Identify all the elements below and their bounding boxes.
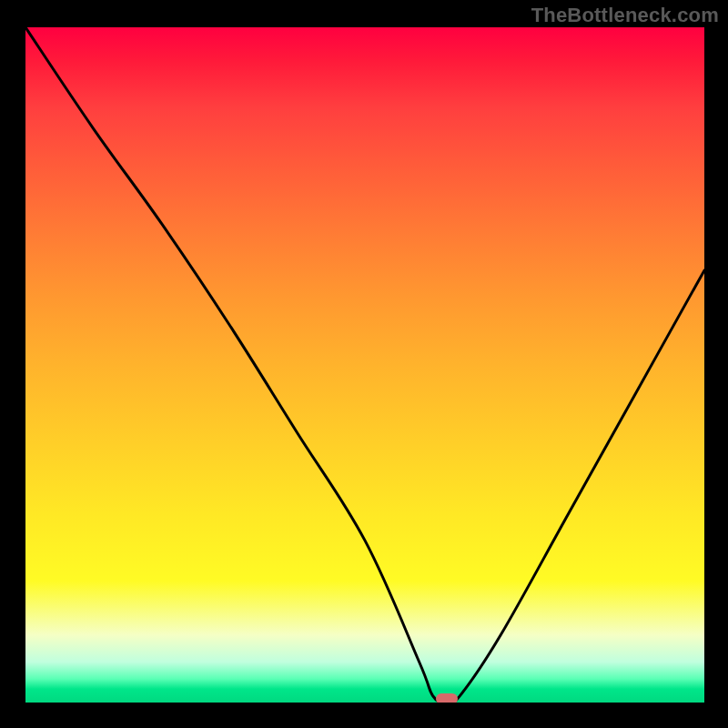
attribution-text: TheBottleneck.com [531,4,719,27]
plot-area [25,27,704,703]
curve-svg [25,27,704,703]
optimal-point-marker [436,693,458,703]
bottleneck-curve-path [25,27,704,703]
chart-container: TheBottleneck.com [0,0,728,728]
